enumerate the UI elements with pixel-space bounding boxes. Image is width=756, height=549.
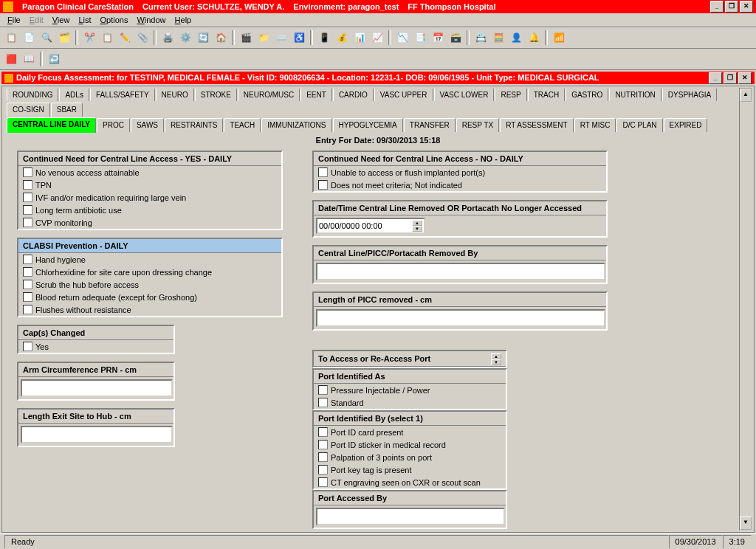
tab-teach[interactable]: TEACH bbox=[224, 118, 261, 132]
tab-nutrition[interactable]: NUTRITION bbox=[609, 89, 661, 101]
check-row[interactable]: Yes bbox=[18, 340, 173, 353]
toolbar-button[interactable]: 📑 bbox=[412, 30, 428, 46]
tab-restraints[interactable]: RESTRAINTS bbox=[165, 118, 223, 132]
tab-dysphagia[interactable]: DYSPHAGIA bbox=[662, 89, 717, 101]
tab-eent[interactable]: EENT bbox=[300, 89, 332, 101]
scroll-up-button[interactable]: ▲ bbox=[740, 89, 752, 102]
toolbar-button[interactable]: ⌨️ bbox=[273, 30, 289, 46]
toolbar-btn-b[interactable]: 📖 bbox=[21, 51, 37, 67]
check-row[interactable]: Palpation of 3 points on port bbox=[314, 451, 506, 463]
check-row[interactable]: Port key tag is present bbox=[314, 463, 506, 476]
checkbox[interactable] bbox=[318, 440, 328, 449]
menu-window[interactable]: Window bbox=[132, 15, 170, 25]
check-row[interactable]: Port ID sticker in medical record bbox=[314, 438, 506, 451]
tab-transfer[interactable]: TRANSFER bbox=[404, 118, 456, 132]
tab-saws[interactable]: SAWS bbox=[131, 118, 164, 132]
toolbar-button[interactable]: 📇 bbox=[472, 30, 489, 46]
toolbar-button[interactable]: 👤 bbox=[508, 30, 524, 46]
toolbar-button[interactable]: 📄 bbox=[21, 30, 37, 46]
tab-adls[interactable]: ADLs bbox=[59, 89, 89, 101]
arm-circumference-input[interactable] bbox=[21, 379, 173, 397]
maximize-button[interactable]: ❐ bbox=[725, 1, 738, 13]
tab-neuro-musc[interactable]: NEURO/MUSC bbox=[238, 89, 300, 101]
check-row[interactable]: Does not meet criteria; Not indicated bbox=[314, 179, 606, 191]
checkbox[interactable] bbox=[23, 292, 32, 302]
minimize-button[interactable]: _ bbox=[710, 1, 724, 13]
check-row[interactable]: Scrub the hub before access bbox=[18, 278, 281, 291]
tab-neuro[interactable]: NEURO bbox=[156, 89, 194, 101]
removed-by-input[interactable] bbox=[316, 263, 605, 280]
toolbar-button[interactable]: 📋 bbox=[99, 30, 115, 46]
tab-resp[interactable]: RESP bbox=[495, 89, 526, 101]
toolbar-button[interactable]: 📊 bbox=[351, 30, 368, 46]
tab-cardio[interactable]: CARDIO bbox=[333, 89, 374, 101]
combo-head[interactable]: To Access or Re-Access Port ▲▼ bbox=[314, 351, 506, 367]
checkbox[interactable] bbox=[318, 427, 328, 437]
toolbar-button[interactable]: 📋 bbox=[3, 30, 19, 46]
checkbox[interactable] bbox=[318, 465, 328, 474]
tab-rt-assessment[interactable]: RT ASSESSMENT bbox=[500, 118, 574, 132]
tab-falls-safety[interactable]: FALLS/SAFETY bbox=[90, 89, 155, 101]
checkbox[interactable] bbox=[318, 168, 328, 177]
vertical-scrollbar[interactable]: ▲ ▼ bbox=[739, 88, 752, 531]
check-row[interactable]: Standard bbox=[314, 396, 506, 409]
check-row[interactable]: Blood return adequate (except for Grosho… bbox=[18, 291, 281, 303]
toolbar-button[interactable]: ⚙️ bbox=[177, 30, 193, 46]
close-button[interactable]: ✕ bbox=[740, 1, 753, 13]
check-row[interactable]: Port ID card present bbox=[314, 426, 506, 438]
tab-proc[interactable]: PROC bbox=[97, 118, 130, 132]
tab-vasc-lower[interactable]: VASC LOWER bbox=[434, 89, 495, 101]
tab-resp-tx[interactable]: RESP TX bbox=[456, 118, 499, 132]
checkbox[interactable] bbox=[23, 305, 32, 314]
removed-datetime-input[interactable]: 00/00/0000 00:00 ▲▼ bbox=[316, 218, 425, 234]
check-row[interactable]: TPN bbox=[18, 179, 281, 191]
menu-help[interactable]: Help bbox=[171, 15, 196, 25]
checkbox[interactable] bbox=[318, 398, 328, 407]
tab-expired[interactable]: EXPIRED bbox=[664, 118, 708, 132]
tab-co-sign[interactable]: CO-SIGN bbox=[7, 103, 50, 117]
checkbox[interactable] bbox=[23, 168, 32, 177]
tab-vasc-upper[interactable]: VASC UPPER bbox=[374, 89, 433, 101]
doc-minimize-button[interactable]: _ bbox=[709, 72, 722, 84]
checkbox[interactable] bbox=[23, 267, 32, 277]
toolbar-button[interactable]: 🎬 bbox=[238, 30, 254, 46]
tab-rt-misc[interactable]: RT MISC bbox=[574, 118, 616, 132]
combo-spinner[interactable]: ▲▼ bbox=[491, 353, 501, 364]
tab-central-line-daily[interactable]: CENTRAL LINE DAILY bbox=[7, 117, 96, 133]
check-row[interactable]: Long term antibiotic use bbox=[18, 204, 281, 216]
menu-file[interactable]: File bbox=[3, 15, 25, 25]
tab-hypoglycemia[interactable]: HYPOGLYCEMIA bbox=[333, 118, 403, 132]
checkbox[interactable] bbox=[23, 342, 32, 351]
check-row[interactable]: CT engraving seen on CXR or scout scan bbox=[314, 476, 506, 488]
checkbox[interactable] bbox=[318, 477, 328, 487]
checkbox[interactable] bbox=[318, 452, 328, 462]
checkbox[interactable] bbox=[23, 193, 32, 202]
toolbar-button[interactable]: 🗂️ bbox=[56, 30, 72, 46]
port-accessed-by-input[interactable] bbox=[316, 508, 505, 525]
check-row[interactable]: Chlorhexidine for site care upon dressin… bbox=[18, 266, 281, 278]
check-row[interactable]: No venous access attainable bbox=[18, 166, 281, 179]
check-row[interactable]: Pressure Injectable / Power bbox=[314, 384, 506, 396]
toolbar-button[interactable]: ♿ bbox=[291, 30, 307, 46]
doc-maximize-button[interactable]: ❐ bbox=[724, 72, 737, 84]
toolbar-button[interactable]: 📉 bbox=[394, 30, 410, 46]
toolbar-btn-a[interactable]: 🟥 bbox=[3, 51, 19, 67]
toolbar-button[interactable]: 🔄 bbox=[195, 30, 211, 46]
toolbar-button[interactable]: 📱 bbox=[316, 30, 332, 46]
toolbar-button[interactable]: ✂️ bbox=[81, 30, 97, 46]
checkbox[interactable] bbox=[23, 280, 32, 289]
toolbar-button[interactable]: 📅 bbox=[430, 30, 446, 46]
toolbar-button[interactable]: 🗃️ bbox=[447, 30, 464, 46]
toolbar-button[interactable]: ✏️ bbox=[117, 30, 133, 46]
toolbar-button[interactable]: 🔔 bbox=[526, 30, 542, 46]
checkbox[interactable] bbox=[23, 205, 32, 215]
tab-immunizations[interactable]: IMMUNIZATIONS bbox=[261, 118, 331, 132]
exit-site-input[interactable] bbox=[21, 426, 173, 443]
checkbox[interactable] bbox=[318, 180, 328, 190]
checkbox[interactable] bbox=[23, 180, 32, 190]
toolbar-button[interactable]: 📁 bbox=[255, 30, 272, 46]
datetime-spinner[interactable]: ▲▼ bbox=[412, 220, 422, 232]
toolbar-button[interactable]: 🏠 bbox=[213, 30, 229, 46]
checkbox[interactable] bbox=[23, 218, 32, 227]
checkbox[interactable] bbox=[318, 385, 328, 395]
